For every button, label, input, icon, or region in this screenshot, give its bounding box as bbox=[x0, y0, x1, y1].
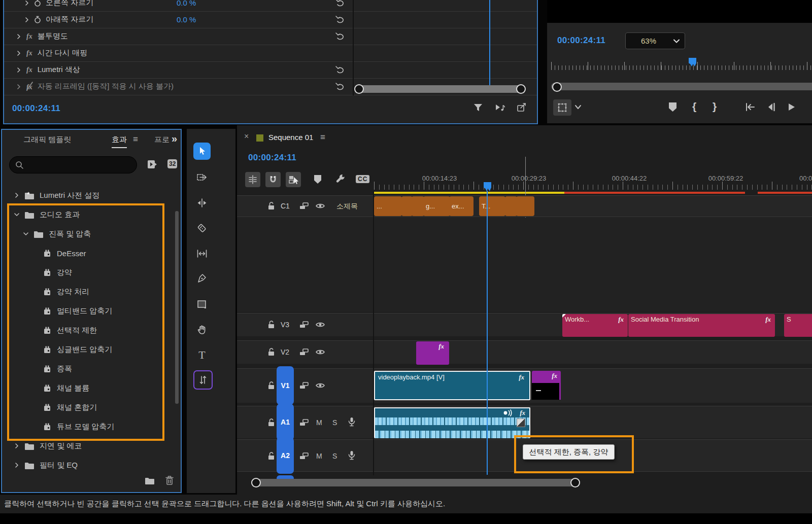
chevron-right-icon[interactable] bbox=[16, 34, 21, 39]
snap-button[interactable] bbox=[265, 172, 281, 187]
stopwatch-icon[interactable] bbox=[33, 16, 42, 24]
video-clip-selected[interactable]: videoplayback.mp4 [V] fx bbox=[374, 371, 530, 400]
empty-track-area[interactable] bbox=[237, 218, 812, 312]
lock-icon[interactable] bbox=[266, 417, 276, 428]
rectangle-tool[interactable] bbox=[193, 296, 211, 313]
track-select-forward-tool[interactable] bbox=[193, 169, 211, 186]
mute-button[interactable]: M bbox=[316, 418, 322, 427]
effect-row[interactable]: fx 시간 다시 매핑 bbox=[4, 45, 537, 62]
lock-icon[interactable] bbox=[266, 380, 276, 391]
graphic-clip-small[interactable]: fx bbox=[532, 371, 561, 400]
playhead-line[interactable] bbox=[487, 191, 488, 475]
program-ruler[interactable] bbox=[551, 59, 812, 72]
tab-overflow-icon[interactable]: » bbox=[172, 133, 177, 145]
lock-icon[interactable] bbox=[266, 347, 276, 357]
voiceover-record-icon[interactable] bbox=[347, 450, 357, 461]
timeline-timecode[interactable]: 00:00:24:11 bbox=[248, 153, 296, 163]
chevron-right-icon[interactable] bbox=[14, 443, 19, 448]
insert-overwrite-button[interactable] bbox=[245, 172, 260, 187]
fx-icon[interactable]: fx bbox=[26, 49, 32, 57]
new-custom-bin-icon[interactable] bbox=[144, 476, 155, 485]
track-visibility-eye-icon[interactable] bbox=[315, 347, 325, 357]
source-patch-a2[interactable]: A2 bbox=[277, 437, 294, 474]
accelerated-effects-badge-icon[interactable] bbox=[146, 158, 158, 170]
mogrt-clip[interactable]: Social Media Transition fx bbox=[628, 314, 775, 337]
delete-icon[interactable] bbox=[164, 475, 175, 486]
track-visibility-eye-icon[interactable] bbox=[315, 381, 325, 390]
export-frame-icon[interactable] bbox=[516, 101, 528, 114]
razor-tool[interactable] bbox=[193, 220, 211, 237]
scroll-handle-right[interactable] bbox=[570, 478, 580, 487]
chevron-right-icon[interactable] bbox=[14, 463, 19, 468]
lock-icon[interactable] bbox=[266, 451, 276, 461]
effect-controls-timecode[interactable]: 00:00:24:11 bbox=[12, 103, 60, 114]
fx-icon[interactable]: fx bbox=[26, 66, 32, 74]
timeline-settings-icon[interactable] bbox=[334, 173, 347, 185]
track-id-c1[interactable]: C1 bbox=[281, 202, 290, 210]
track-target-icon[interactable] bbox=[299, 202, 309, 211]
effect-row[interactable]: 오른쪽 자르기 0.0 % bbox=[4, 0, 537, 12]
caption-clip[interactable]: T... bbox=[479, 196, 505, 216]
track-target-icon[interactable] bbox=[299, 381, 309, 390]
effect-row[interactable]: 아래쪽 자르기 0.0 % bbox=[4, 11, 537, 28]
solo-button[interactable]: S bbox=[332, 452, 337, 460]
graphic-clip[interactable]: fx bbox=[416, 341, 449, 365]
tab-effects[interactable]: 효과 bbox=[112, 135, 127, 148]
pen-tool[interactable] bbox=[193, 270, 211, 287]
scroll-handle-right[interactable] bbox=[516, 84, 526, 94]
go-to-in-icon[interactable] bbox=[744, 102, 756, 112]
mark-in-icon[interactable]: { bbox=[692, 100, 696, 113]
chevron-right-icon[interactable] bbox=[16, 67, 21, 73]
mute-button[interactable]: M bbox=[316, 452, 322, 460]
reset-icon[interactable] bbox=[335, 14, 345, 24]
lock-icon[interactable] bbox=[266, 320, 276, 330]
source-patch-a1[interactable]: A1 bbox=[277, 404, 294, 440]
track-target-icon[interactable] bbox=[299, 452, 309, 461]
program-timecode[interactable]: 00:00:24:11 bbox=[557, 36, 605, 46]
track-target-icon[interactable] bbox=[299, 321, 309, 329]
filter-icon[interactable] bbox=[472, 101, 484, 114]
chevron-down-icon[interactable] bbox=[574, 104, 582, 110]
caption-clip[interactable] bbox=[412, 196, 424, 216]
effects-vscrollbar[interactable] bbox=[175, 211, 179, 404]
close-icon[interactable]: × bbox=[244, 132, 249, 141]
track-id-v3[interactable]: V3 bbox=[281, 321, 289, 329]
scroll-handle-left[interactable] bbox=[251, 478, 261, 487]
linked-selection-button[interactable] bbox=[286, 172, 301, 187]
track-visibility-eye-icon[interactable] bbox=[315, 320, 325, 329]
timeline-hscrollbar[interactable] bbox=[251, 479, 580, 486]
mogrt-clip[interactable]: Workb... fx bbox=[562, 314, 628, 337]
caption-clip[interactable]: ex... bbox=[449, 196, 473, 216]
add-marker-icon[interactable] bbox=[669, 102, 676, 112]
panel-menu-icon[interactable]: ≡ bbox=[320, 132, 325, 143]
chevron-right-icon[interactable] bbox=[16, 51, 21, 56]
lock-icon[interactable] bbox=[266, 201, 276, 211]
caption-clip[interactable]: g... bbox=[423, 196, 450, 216]
tree-item-filter-eq[interactable]: 필터 및 EQ bbox=[14, 456, 182, 475]
track-target-icon[interactable] bbox=[299, 348, 309, 357]
effect-row[interactable]: fx Lumetri 색상 bbox=[4, 61, 537, 79]
sequence-tab-title[interactable]: Sequence 01 bbox=[268, 133, 313, 142]
audio-clip-selected[interactable]: fx bbox=[374, 407, 530, 438]
reset-icon[interactable] bbox=[335, 31, 345, 41]
slip-tool[interactable] bbox=[193, 245, 211, 262]
track-id-v2[interactable]: V2 bbox=[281, 348, 289, 356]
hand-tool[interactable] bbox=[193, 321, 211, 338]
stopwatch-icon[interactable] bbox=[33, 0, 42, 7]
scroll-handle-left[interactable] bbox=[552, 82, 562, 92]
caption-clip[interactable]: ... bbox=[374, 196, 402, 216]
tab-project[interactable]: 프로 bbox=[154, 135, 172, 145]
step-back-icon[interactable] bbox=[766, 102, 776, 112]
solo-button[interactable]: S bbox=[332, 418, 337, 427]
timeline-ruler[interactable]: 00:00:14:23 00:00:29:23 00:00:44:22 00:0… bbox=[374, 170, 812, 191]
play-icon[interactable] bbox=[787, 102, 796, 112]
play-audio-only-icon[interactable] bbox=[493, 101, 506, 114]
track-visibility-eye-icon[interactable] bbox=[315, 201, 325, 211]
fx-icon[interactable]: fx bbox=[26, 32, 32, 41]
caption-clip[interactable] bbox=[516, 196, 534, 216]
remix-tool[interactable] bbox=[193, 370, 213, 390]
chevron-right-icon[interactable] bbox=[24, 17, 29, 22]
tab-graphics-templates[interactable]: 그래픽 템플릿 bbox=[23, 135, 71, 145]
reset-icon[interactable] bbox=[335, 0, 345, 8]
voiceover-record-icon[interactable] bbox=[347, 416, 357, 428]
